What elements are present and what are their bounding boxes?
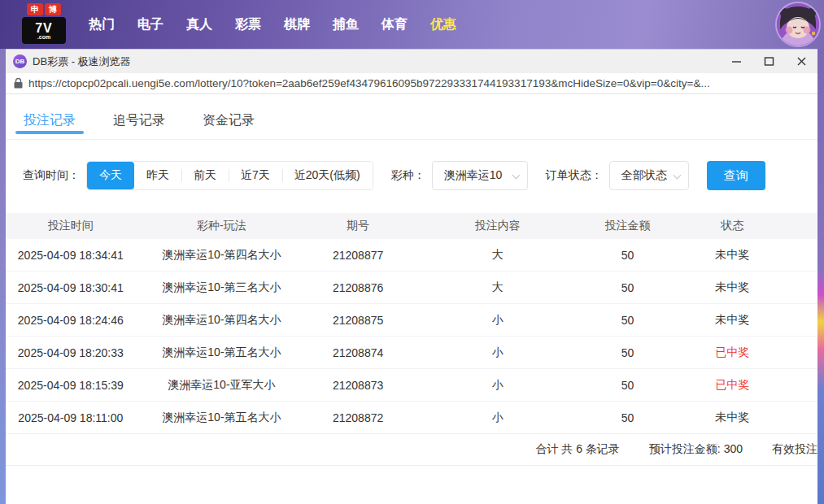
nav-item-2[interactable]: 电子 <box>126 16 175 33</box>
cell-content: 小 <box>408 411 587 425</box>
lottery-select-value: 澳洲幸运10 <box>444 168 503 183</box>
time-option-5[interactable]: 近20天(低频) <box>282 162 373 189</box>
cell-time: 2025-04-09 18:11:00 <box>6 411 136 424</box>
time-option-3[interactable]: 前天 <box>181 162 229 189</box>
cell-content: 小 <box>408 313 587 328</box>
time-range-group: 今天昨天前天近7天近20天(低频) <box>86 161 373 190</box>
logo-badges: 申 博 <box>22 3 66 15</box>
filter-bar: 查询时间： 今天昨天前天近7天近20天(低频) 彩种： 澳洲幸运10 订单状态：… <box>23 161 817 190</box>
minimize-button[interactable] <box>720 50 752 73</box>
lottery-filter-label: 彩种： <box>391 168 425 183</box>
nav-item-5[interactable]: 棋牌 <box>272 16 321 33</box>
query-button[interactable]: 查询 <box>707 161 765 190</box>
cell-issue: 21208873 <box>307 379 408 392</box>
url-text: https://ctopcp02pcali.uengi5e.com/lotter… <box>28 77 710 89</box>
cell-game: 澳洲幸运10-第三名大小 <box>136 280 308 295</box>
order-status-label: 订单状态： <box>546 168 603 183</box>
summary-bar: 合计 共 6 条记录 预计投注金额: 300 有效投注金 <box>6 434 817 466</box>
summary-valid-amount: 有效投注金 <box>772 442 817 457</box>
nav-item-8[interactable]: 优惠 <box>419 16 468 33</box>
avatar[interactable] <box>775 2 821 47</box>
column-header-1: 投注时间 <box>6 219 136 233</box>
chevron-down-icon <box>673 172 681 180</box>
bet-records-table: 投注时间彩种-玩法期号投注内容投注金额状态 2025-04-09 18:34:4… <box>6 213 817 434</box>
cell-time: 2025-04-09 18:20:33 <box>6 346 136 359</box>
summary-total: 合计 共 6 条记录 <box>535 442 619 457</box>
cell-status: 已中奖 <box>668 345 796 360</box>
nav-item-1[interactable]: 热门 <box>77 16 126 33</box>
column-header-3: 期号 <box>307 219 408 233</box>
page-edge-left <box>0 49 6 504</box>
maximize-button[interactable] <box>752 50 785 73</box>
cell-status: 未中奖 <box>668 280 796 295</box>
brand-logo[interactable]: 申 博 7V .com <box>22 3 66 46</box>
avatar-illustration <box>777 3 819 46</box>
logo-main: 7V .com <box>22 17 66 44</box>
logo-text: 7V <box>35 22 53 34</box>
logo-badge-right: 博 <box>45 3 61 15</box>
cell-game: 澳洲幸运10-第五名大小 <box>136 411 308 425</box>
cell-time: 2025-04-09 18:15:39 <box>6 379 136 392</box>
cell-amount: 50 <box>587 249 669 262</box>
top-nav: 申 博 7V .com 热门电子真人彩票棋牌捕鱼体育优惠 <box>0 0 824 49</box>
cell-time: 2025-04-09 18:34:41 <box>6 249 136 262</box>
cell-amount: 50 <box>587 379 669 392</box>
cell-content: 大 <box>408 248 587 263</box>
chevron-down-icon <box>512 172 520 180</box>
nav-item-6[interactable]: 捕鱼 <box>321 16 370 33</box>
cell-issue: 21208877 <box>307 249 408 262</box>
nav-menu: 热门电子真人彩票棋牌捕鱼体育优惠 <box>77 0 468 49</box>
record-tabs: 投注记录追号记录资金记录 <box>6 94 817 140</box>
cell-amount: 50 <box>587 314 669 327</box>
summary-expected-amount: 预计投注金额: 300 <box>649 442 743 457</box>
table-body: 2025-04-09 18:34:41澳洲幸运10-第四名大小21208877大… <box>6 239 817 434</box>
cell-game: 澳洲幸运10-第四名大小 <box>136 313 308 328</box>
time-option-4[interactable]: 近7天 <box>229 162 282 189</box>
order-status-select[interactable]: 全部状态 <box>609 161 689 190</box>
favicon: DB <box>13 54 27 68</box>
order-status-value: 全部状态 <box>621 168 667 183</box>
column-header-6: 状态 <box>668 219 796 233</box>
cell-amount: 50 <box>587 346 669 359</box>
close-button[interactable] <box>785 50 817 73</box>
lock-icon <box>14 78 23 89</box>
cell-issue: 21208875 <box>307 314 408 327</box>
time-option-2[interactable]: 昨天 <box>134 162 181 189</box>
cell-content: 小 <box>408 345 587 360</box>
column-header-4: 投注内容 <box>408 219 587 233</box>
table-row: 2025-04-09 18:15:39澳洲幸运10-亚军大小21208873小5… <box>6 369 817 402</box>
time-option-1[interactable]: 今天 <box>87 162 134 189</box>
cell-issue: 21208876 <box>307 281 408 294</box>
column-header-5: 投注金额 <box>587 219 669 233</box>
window-title: DB彩票 - 极速浏览器 <box>33 54 131 69</box>
cell-content: 小 <box>408 378 587 393</box>
table-row: 2025-04-09 18:34:41澳洲幸运10-第四名大小21208877大… <box>6 239 817 272</box>
table-header-row: 投注时间彩种-玩法期号投注内容投注金额状态 <box>6 213 817 239</box>
cell-amount: 50 <box>587 281 669 294</box>
tab-2[interactable]: 追号记录 <box>113 104 165 139</box>
nav-item-3[interactable]: 真人 <box>175 16 224 33</box>
cell-issue: 21208874 <box>307 346 408 359</box>
url-bar[interactable]: https://ctopcp02pcali.uengi5e.com/lotter… <box>6 73 817 94</box>
table-row: 2025-04-09 18:24:46澳洲幸运10-第四名大小21208875小… <box>6 304 817 337</box>
window-titlebar: DB DB彩票 - 极速浏览器 <box>6 50 817 73</box>
cell-status: 未中奖 <box>668 411 796 425</box>
cell-amount: 50 <box>587 411 669 424</box>
nav-item-7[interactable]: 体育 <box>370 16 419 33</box>
cell-status: 未中奖 <box>668 248 796 263</box>
tab-1[interactable]: 投注记录 <box>24 104 76 139</box>
table-row: 2025-04-09 18:11:00澳洲幸运10-第五名大小21208872小… <box>6 402 817 434</box>
window-controls <box>720 50 817 73</box>
cell-game: 澳洲幸运10-亚军大小 <box>136 378 308 393</box>
tab-3[interactable]: 资金记录 <box>203 104 255 139</box>
cell-content: 大 <box>408 280 587 295</box>
page-edge-right <box>817 49 824 504</box>
cell-game: 澳洲幸运10-第四名大小 <box>136 248 308 263</box>
cell-issue: 21208872 <box>307 411 408 424</box>
logo-badge-left: 申 <box>27 3 43 15</box>
lottery-select[interactable]: 澳洲幸运10 <box>432 161 528 190</box>
cell-game: 澳洲幸运10-第五名大小 <box>136 345 308 360</box>
table-row: 2025-04-09 18:30:41澳洲幸运10-第三名大小21208876大… <box>6 272 817 304</box>
cell-status: 已中奖 <box>668 378 796 393</box>
nav-item-4[interactable]: 彩票 <box>224 16 272 33</box>
